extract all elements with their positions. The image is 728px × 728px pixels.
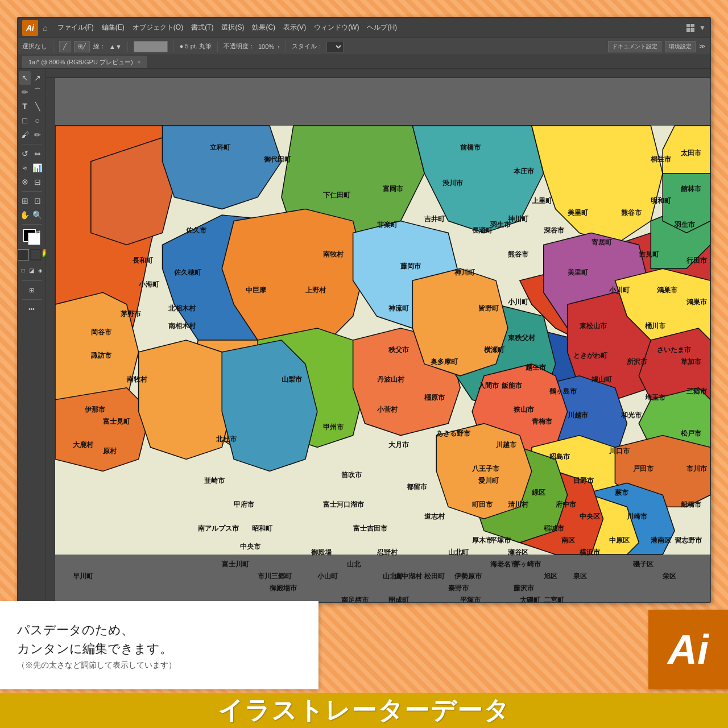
column-graph[interactable]: ⊟ (32, 175, 43, 189)
menu-edit[interactable]: 編集(E) (98, 22, 128, 34)
ruler-horizontal (46, 69, 710, 78)
svg-text:上野村: 上野村 (305, 286, 326, 293)
svg-text:富士川町: 富士川町 (222, 560, 250, 568)
svg-text:秦野市: 秦野市 (448, 584, 469, 592)
toolbar-sep1 (22, 144, 42, 144)
svg-text:横瀬町: 横瀬町 (483, 346, 505, 353)
svg-text:立科町: 立科町 (210, 143, 231, 151)
scale-tool[interactable]: ⇔ (32, 147, 43, 160)
svg-text:富士吉田市: 富士吉田市 (353, 524, 388, 532)
svg-text:埼玉市: 埼玉市 (644, 394, 666, 401)
title-bar: Ai ⌂ ファイル(F) 編集(E) オブジェクト(O) 書式(T) 選択(S)… (18, 18, 710, 38)
svg-text:伊那市: 伊那市 (84, 406, 106, 413)
slice-tool[interactable]: ⊡ (32, 194, 43, 208)
doc-settings-btn[interactable]: ドキュメント設定 (608, 41, 661, 52)
svg-text:二宮町: 二宮町 (544, 596, 565, 602)
color-swatch[interactable] (134, 41, 168, 52)
svg-text:平塚市: 平塚市 (460, 596, 481, 602)
rect-tool[interactable]: □ (19, 114, 31, 127)
ruler-vertical (46, 78, 55, 602)
select-tool[interactable]: ↖ (19, 71, 31, 85)
stroke-label: 線： (93, 42, 106, 51)
svg-text:行田市: 行田市 (686, 257, 708, 264)
menu-file[interactable]: ファイル(F) (54, 22, 97, 34)
svg-text:厚木市: 厚木市 (471, 536, 493, 544)
svg-text:笛吹市: 笛吹市 (341, 471, 362, 478)
direct-select-tool[interactable]: ↗ (32, 71, 43, 85)
rotate-tool[interactable]: ↺ (19, 147, 31, 160)
canvas-area[interactable]: .map-region { stroke: #111; stroke-width… (46, 69, 710, 602)
svg-text:蕨市: 蕨市 (615, 489, 629, 496)
swap-colors-icon[interactable]: ⇄ (36, 229, 40, 235)
paintbrush-tool[interactable]: 🖌 (19, 128, 31, 142)
fill-stroke-row (18, 249, 46, 260)
symbol-tool[interactable]: ※ (19, 175, 31, 189)
pen-tool-btn[interactable]: ╱ (59, 41, 71, 52)
fill-box[interactable] (18, 249, 29, 260)
svg-text:大月市: 大月市 (388, 441, 410, 449)
svg-text:渋川市: 渋川市 (442, 179, 464, 187)
svg-text:草加市: 草加市 (681, 358, 702, 365)
tool-row-select: ↖ ↗ (19, 71, 44, 85)
svg-text:南足柄市: 南足柄市 (341, 596, 369, 602)
svg-text:上里町: 上里町 (532, 197, 553, 204)
svg-text:大磯町: 大磯町 (519, 596, 541, 602)
svg-text:船橋市: 船橋市 (680, 500, 702, 508)
document-tab[interactable]: 1ai* @ 800% (RGB/GPU プレビュー) × (22, 56, 147, 68)
toolbar-sep3 (22, 224, 42, 225)
menu-object[interactable]: オブジェクト(O) (129, 22, 187, 34)
menu-window[interactable]: ウィンドウ(W) (311, 22, 362, 34)
line-tool[interactable]: ╲ (32, 100, 43, 113)
content-area: ↖ ↗ ✏ ⌒ T ╲ □ ○ 🖌 ✏ (18, 69, 710, 602)
draw-inside-mode[interactable]: ◈ (36, 263, 44, 277)
svg-text:岡谷市: 岡谷市 (91, 328, 112, 336)
menu-help[interactable]: ヘルプ(H) (363, 22, 400, 34)
tool-row-warp: ≈ 📊 (19, 161, 44, 175)
svg-text:南牧村: 南牧村 (127, 375, 148, 383)
menu-view[interactable]: 表示(V) (280, 22, 309, 34)
svg-text:町田市: 町田市 (472, 500, 493, 508)
svg-text:大鹿村: 大鹿村 (72, 441, 94, 449)
ai-window: Ai ⌂ ファイル(F) 編集(E) オブジェクト(O) 書式(T) 選択(S)… (17, 17, 711, 603)
pen-tool-btn2[interactable]: ⊞╱ (74, 41, 90, 52)
svg-text:青梅市: 青梅市 (532, 417, 553, 425)
ellipse-tool[interactable]: ○ (32, 114, 43, 127)
stroke-box[interactable] (30, 249, 42, 260)
env-settings-btn[interactable]: 環境設定 (665, 41, 696, 52)
svg-text:市川市: 市川市 (686, 465, 708, 472)
tool-row-brush: 🖌 ✏ (19, 128, 44, 142)
normal-mode[interactable]: □ (19, 263, 27, 277)
svg-text:北杜市: 北杜市 (216, 435, 237, 442)
curvature-tool[interactable]: ⌒ (32, 85, 43, 99)
more-tools[interactable]: ••• (22, 302, 42, 316)
options-bar: 選択なし ╱ ⊞╱ 線： ▲▼ ● 5 pt. 丸筆 不透明度： 100% › … (18, 38, 710, 55)
hand-tool[interactable]: ✋ (19, 208, 31, 222)
pencil-tool[interactable]: ✏ (32, 128, 43, 142)
svg-text:和光市: 和光市 (621, 411, 642, 419)
svg-text:長和町: 長和町 (133, 257, 154, 264)
type-tool[interactable]: T (19, 100, 31, 113)
home-icon[interactable]: ⌂ (43, 23, 47, 32)
toolbar-sep2 (22, 191, 42, 192)
menu-type[interactable]: 書式(T) (188, 22, 217, 34)
svg-text:諏訪市: 諏訪市 (91, 351, 112, 359)
style-select[interactable] (326, 41, 344, 52)
svg-text:南相木村: 南相木村 (168, 322, 196, 329)
draw-behind-mode[interactable]: ◪ (28, 263, 36, 277)
svg-text:原村: 原村 (102, 447, 117, 454)
menu-effect[interactable]: 効果(C) (249, 22, 279, 34)
tab-close-btn[interactable]: × (138, 59, 141, 65)
screen-mode[interactable]: ⊞ (22, 283, 42, 297)
zoom-tool[interactable]: 🔍 (32, 208, 43, 222)
grid-icon (686, 24, 694, 32)
stroke-unit: ▲▼ (109, 43, 122, 50)
svg-text:横浜市: 横浜市 (579, 548, 601, 556)
artboard-tool[interactable]: ⊞ (19, 194, 31, 208)
more-options[interactable]: ≫ (699, 43, 706, 50)
pen-tool[interactable]: ✏ (19, 85, 31, 99)
svg-text:北相木村: 北相木村 (168, 304, 196, 312)
menu-select[interactable]: 選択(S) (218, 22, 247, 34)
graph-tool[interactable]: 📊 (32, 161, 43, 175)
warp-tool[interactable]: ≈ (19, 161, 31, 175)
menu-bar: ファイル(F) 編集(E) オブジェクト(O) 書式(T) 選択(S) 効果(C… (54, 22, 682, 34)
